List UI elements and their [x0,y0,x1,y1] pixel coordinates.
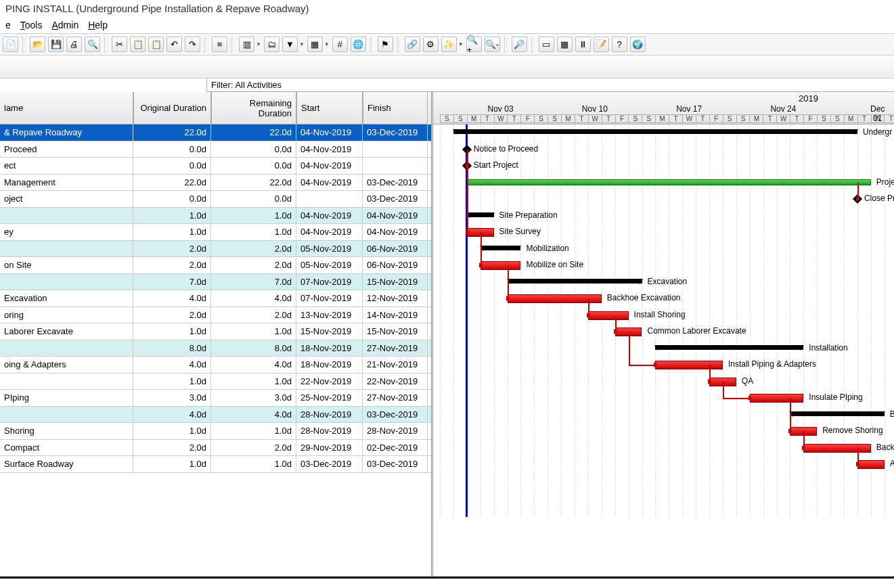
cell-finish[interactable]: 15-Nov-2019 [363,274,428,290]
cut-icon[interactable]: ✂ [112,37,127,52]
summary-bar[interactable] [655,345,803,350]
cell-od[interactable]: 2.0d [133,241,211,257]
table-row[interactable]: PIping3.0d3.0d25-Nov-201927-Nov-2019 [0,390,431,407]
table-row[interactable]: Surface Roadway1.0d1.0d03-Dec-201903-Dec… [0,456,431,473]
cell-rd[interactable]: 4.0d [211,357,296,373]
cell-od[interactable]: 4.0d [133,357,211,373]
cell-name[interactable]: oring [0,307,133,323]
table-row[interactable]: 8.0d8.0d18-Nov-201927-Nov-2019 [0,340,431,357]
cell-od[interactable]: 22.0d [133,125,211,141]
cell-name[interactable]: Management [0,175,133,191]
summary-bar[interactable] [480,246,521,250]
find-icon[interactable]: 🔎 [512,37,527,52]
cell-od[interactable]: 0.0d [133,191,211,207]
cell-rd[interactable]: 3.0d [211,390,296,406]
cell-name[interactable] [0,208,133,224]
cell-name[interactable] [0,274,133,290]
task-bar[interactable] [857,460,885,469]
table-row[interactable]: oring2.0d2.0d13-Nov-201914-Nov-2019 [0,307,431,324]
cell-name[interactable]: Excavation [0,290,133,307]
globe-icon[interactable]: 🌍 [630,37,646,52]
cell-name[interactable]: Compact [0,440,133,456]
cell-rd[interactable]: 2.0d [211,307,296,323]
table-row[interactable]: 4.0d4.0d28-Nov-201903-Dec-2019 [0,407,431,424]
cell-od[interactable]: 2.0d [133,440,211,456]
cell-name[interactable]: on Site [0,257,133,273]
cell-rd[interactable]: 2.0d [211,241,296,257]
table-row[interactable]: 1.0d1.0d04-Nov-201904-Nov-2019 [0,208,431,225]
cell-finish[interactable]: 06-Nov-2019 [363,257,428,273]
cell-rd[interactable]: 1.0d [211,456,296,472]
cell-start[interactable]: 15-Nov-2019 [296,323,363,340]
table-row[interactable]: 7.0d7.0d07-Nov-201915-Nov-2019 [0,274,431,291]
menu-help[interactable]: Help [88,20,108,30]
cell-start[interactable]: 28-Nov-2019 [296,407,363,423]
format-icon[interactable]: 🗂 [264,37,280,52]
col-rem-duration[interactable]: Remaining Duration [211,92,296,125]
cell-start[interactable]: 05-Nov-2019 [296,241,363,257]
task-bar[interactable] [480,261,521,270]
open-icon[interactable]: 📂 [30,37,45,52]
cell-od[interactable]: 0.0d [133,141,211,158]
cell-finish[interactable]: 22-Nov-2019 [363,374,428,390]
cell-od[interactable]: 1.0d [133,224,211,240]
cell-finish[interactable]: 04-Nov-2019 [363,208,428,224]
cell-start[interactable]: 04-Nov-2019 [296,141,363,158]
filter-label[interactable]: Filter: All Activities [207,78,894,92]
cell-finish[interactable]: 14-Nov-2019 [363,307,428,323]
cell-rd[interactable]: 4.0d [211,407,296,423]
cols-icon[interactable]: ▥ [239,37,254,52]
cell-rd[interactable]: 7.0d [211,274,296,290]
cell-od[interactable]: 1.0d [133,323,211,340]
cell-finish[interactable]: 21-Nov-2019 [363,357,428,373]
paste-icon[interactable]: 📋 [148,37,164,52]
bars-icon[interactable]: ≡ [212,37,227,52]
summary-bar[interactable] [790,411,884,416]
wizard-icon[interactable]: ✨ [441,37,457,52]
cell-start[interactable]: 05-Nov-2019 [296,257,363,273]
cell-start[interactable]: 25-Nov-2019 [296,390,363,406]
cell-start[interactable] [296,191,363,207]
cell-finish[interactable] [363,158,428,174]
cell-start[interactable]: 29-Nov-2019 [296,440,363,456]
cell-rd[interactable]: 1.0d [211,224,296,240]
chart-icon[interactable]: ▦ [557,37,573,52]
cell-rd[interactable]: 2.0d [211,257,296,273]
table-row[interactable]: Compact2.0d2.0d29-Nov-201902-Dec-2019 [0,440,431,457]
cell-finish[interactable]: 06-Nov-2019 [363,241,428,257]
loe-bar[interactable] [467,179,871,185]
cell-rd[interactable]: 0.0d [211,158,296,174]
gantt-chart[interactable]: 2019Nov 03Nov 10Nov 17Nov 24Dec 01SSMTWT… [433,92,894,576]
cell-od[interactable]: 2.0d [133,257,211,273]
col-orig-duration[interactable]: Original Duration [133,92,211,125]
table-row[interactable]: ect0.0d0.0d04-Nov-2019 [0,158,431,175]
cell-rd[interactable]: 2.0d [211,440,296,456]
cell-name[interactable]: oject [0,191,133,207]
cell-name[interactable]: oing & Adapters [0,357,133,373]
cell-name[interactable] [0,340,133,357]
cell-finish[interactable]: 02-Dec-2019 [363,440,428,456]
cell-od[interactable]: 4.0d [133,407,211,423]
task-bar[interactable] [588,311,629,320]
cell-name[interactable]: Shoring [0,423,133,439]
cell-finish[interactable] [363,141,428,158]
link-icon[interactable]: 🔗 [405,37,420,52]
group-icon[interactable]: ▦ [307,37,323,52]
table-row[interactable]: 1.0d1.0d22-Nov-201922-Nov-2019 [0,374,431,390]
window-icon[interactable]: ▭ [539,37,554,52]
cell-rd[interactable]: 4.0d [211,290,296,307]
cell-name[interactable]: ect [0,158,133,174]
cell-start[interactable]: 04-Nov-2019 [296,175,363,191]
summary-bar[interactable] [453,129,857,134]
cell-name[interactable]: Proceed [0,141,133,158]
cell-name[interactable] [0,374,133,390]
cell-start[interactable]: 04-Nov-2019 [296,158,363,174]
zoomin-icon[interactable]: 🔍+ [466,37,482,52]
table-row[interactable]: on Site2.0d2.0d05-Nov-201906-Nov-2019 [0,257,431,274]
table-row[interactable]: Management22.0d22.0d04-Nov-201903-Dec-20… [0,175,431,191]
help-icon[interactable]: ? [612,37,627,52]
cell-od[interactable]: 2.0d [133,307,211,323]
cell-name[interactable] [0,407,133,423]
cell-finish[interactable]: 15-Nov-2019 [363,323,428,340]
cell-finish[interactable]: 27-Nov-2019 [363,340,428,357]
